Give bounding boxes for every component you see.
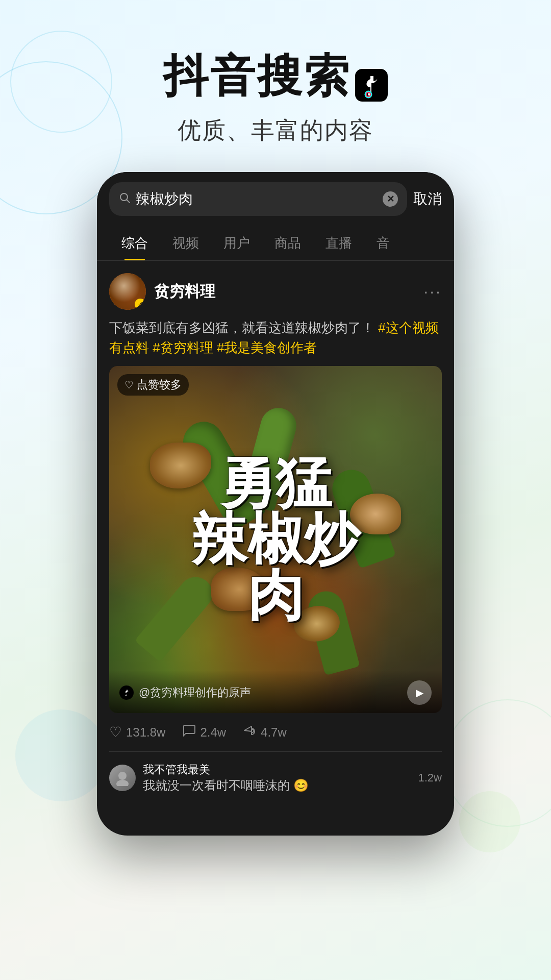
video-thumbnail: 勇猛辣椒炒肉 @贫穷料理创作的原声 — [109, 366, 442, 713]
search-tabs: 综合 视频 用户 商品 直播 音 — [97, 226, 454, 261]
user-avatar[interactable]: ✓ — [109, 273, 146, 310]
video-badge: ♡ 点赞较多 — [117, 374, 189, 396]
commenter-avatar — [109, 765, 136, 791]
comment-count: 2.4w — [200, 725, 226, 740]
phone-wrapper: 辣椒炒肉 ✕ 取消 综合 视频 用户 商品 直播 音 — [0, 172, 551, 836]
post-user-card: ✓ 贫穷料理 ··· — [109, 273, 442, 310]
more-options-icon[interactable]: ··· — [423, 282, 442, 301]
svg-point-7 — [116, 780, 129, 786]
tiktok-note-icon — [355, 60, 388, 93]
svg-line-4 — [127, 200, 130, 203]
cancel-button[interactable]: 取消 — [413, 189, 442, 209]
comment-preview-count: 1.2w — [418, 771, 442, 785]
app-title: 抖音搜索 — [0, 46, 551, 107]
user-info: ✓ 贫穷料理 — [109, 273, 215, 310]
play-button[interactable]: ▶ — [407, 680, 432, 705]
phone-mockup: 辣椒炒肉 ✕ 取消 综合 视频 用户 商品 直播 音 — [97, 172, 454, 836]
like-action[interactable]: ♡ 131.8w — [109, 724, 165, 741]
search-icon — [118, 191, 131, 207]
video-card[interactable]: ♡ 点赞较多 — [109, 366, 442, 713]
header: 抖音搜索 优质、丰富的内容 — [0, 0, 551, 172]
comment-text: 我就没一次看时不咽唾沫的 😊 — [143, 777, 309, 794]
video-bottom-bar: @贫穷料理创作的原声 ▶ — [109, 670, 442, 713]
commenter-details: 我不管我最美 我就没一次看时不咽唾沫的 😊 — [143, 762, 309, 794]
search-bar: 辣椒炒肉 ✕ 取消 — [97, 172, 454, 226]
comment-icon — [182, 723, 196, 741]
svg-point-6 — [118, 772, 127, 780]
title-text: 抖音搜索 — [163, 46, 351, 107]
comment-preview: 我不管我最美 我就没一次看时不咽唾沫的 😊 1.2w — [109, 752, 442, 794]
post-description: 下饭菜到底有多凶猛，就看这道辣椒炒肉了！ #这个视频有点料 #贫穷料理 #我是美… — [109, 318, 442, 358]
tab-user[interactable]: 用户 — [211, 226, 262, 260]
video-source: @贫穷料理创作的原声 — [119, 685, 251, 700]
tiktok-mini-logo — [119, 685, 134, 700]
search-query-text: 辣椒炒肉 — [136, 189, 378, 209]
tab-product[interactable]: 商品 — [262, 226, 313, 260]
clear-search-icon[interactable]: ✕ — [383, 191, 398, 207]
commenter-info: 我不管我最美 我就没一次看时不咽唾沫的 😊 — [109, 762, 309, 794]
comment-action[interactable]: 2.4w — [182, 723, 226, 741]
search-input-wrapper[interactable]: 辣椒炒肉 ✕ — [109, 182, 407, 216]
header-subtitle: 优质、丰富的内容 — [0, 115, 551, 146]
calligraphy-text: 勇猛辣椒炒肉 — [191, 455, 360, 624]
calligraphy-overlay: 勇猛辣椒炒肉 — [109, 366, 442, 713]
tab-music[interactable]: 音 — [364, 226, 402, 260]
tab-live[interactable]: 直播 — [313, 226, 364, 260]
username[interactable]: 贫穷料理 — [154, 281, 215, 302]
badge-text: 点赞较多 — [137, 377, 182, 393]
share-count: 4.7w — [261, 725, 287, 740]
action-bar: ♡ 131.8w 2.4w — [109, 713, 442, 752]
share-icon — [242, 723, 257, 741]
commenter-username: 我不管我最美 — [143, 762, 309, 777]
search-content: ✓ 贫穷料理 ··· 下饭菜到底有多凶猛，就看这道辣椒炒肉了！ #这个视频有点料… — [97, 261, 454, 806]
like-icon: ♡ — [109, 724, 122, 741]
verified-badge: ✓ — [135, 299, 146, 310]
video-source-text: @贫穷料理创作的原声 — [139, 685, 251, 700]
share-action[interactable]: 4.7w — [242, 723, 287, 741]
tab-comprehensive[interactable]: 综合 — [109, 226, 160, 260]
tab-video[interactable]: 视频 — [160, 226, 211, 260]
post-main-text: 下饭菜到底有多凶猛，就看这道辣椒炒肉了！ — [109, 320, 374, 335]
heart-icon: ♡ — [124, 379, 134, 391]
like-count: 131.8w — [126, 725, 165, 740]
